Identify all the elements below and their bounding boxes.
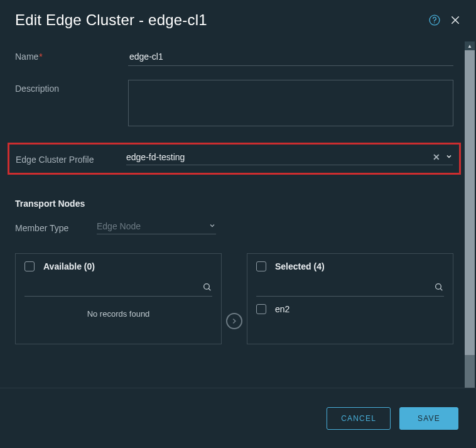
chevron-down-icon[interactable] [208, 222, 216, 231]
available-search[interactable] [24, 280, 212, 297]
svg-line-5 [208, 288, 210, 290]
cancel-button[interactable]: CANCEL [327, 407, 391, 430]
svg-point-4 [204, 284, 210, 290]
profile-select[interactable]: edge-fd-testing ✕ [126, 152, 453, 165]
modal-header: Edit Edge Cluster - edge-cl1 [0, 0, 476, 40]
selected-title: Selected (4) [275, 261, 325, 271]
member-type-label: Member Type [15, 223, 97, 233]
item-label: en2 [275, 304, 289, 314]
name-input[interactable] [128, 48, 453, 66]
profile-label: Edge Cluster Profile [16, 153, 126, 165]
selected-select-all-checkbox[interactable] [256, 261, 266, 271]
list-item[interactable]: en2 [247, 300, 453, 318]
name-row: Name* [15, 48, 453, 66]
edit-edge-cluster-modal: Edit Edge Cluster - edge-cl1 ▲ Name* [0, 0, 476, 448]
svg-point-6 [436, 284, 441, 290]
search-icon[interactable] [434, 282, 444, 294]
description-label: Description [15, 80, 128, 94]
available-body: No records found [16, 300, 221, 344]
description-row: Description [15, 80, 453, 129]
help-icon[interactable] [428, 14, 441, 26]
clear-profile-icon[interactable]: ✕ [433, 152, 440, 162]
search-icon[interactable] [202, 282, 212, 294]
member-type-value: Edge Node [97, 221, 141, 231]
close-icon[interactable] [450, 14, 461, 26]
selected-search[interactable] [256, 280, 444, 297]
name-label: Name* [15, 48, 128, 62]
transfer-lists: Available (0) No records found [15, 253, 453, 344]
available-select-all-checkbox[interactable] [24, 261, 35, 271]
svg-line-7 [440, 288, 442, 290]
available-header: Available (0) [16, 254, 221, 276]
svg-point-1 [434, 22, 435, 23]
transfer-middle [222, 253, 247, 344]
modal-title: Edit Edge Cluster - edge-cl1 [15, 11, 428, 29]
item-checkbox[interactable] [256, 304, 266, 314]
available-title: Available (0) [43, 261, 95, 271]
available-empty-text: No records found [87, 309, 150, 319]
description-input[interactable] [128, 80, 453, 126]
transfer-right-button[interactable] [226, 313, 242, 329]
edge-cluster-profile-row: Edge Cluster Profile edge-fd-testing ✕ [8, 143, 461, 175]
modal-footer: CANCEL SAVE [0, 388, 476, 448]
selected-header: Selected (4) [247, 254, 453, 276]
save-button[interactable]: SAVE [399, 407, 458, 430]
profile-value: edge-fd-testing [126, 152, 433, 162]
modal-body: Name* Description Edge Cluster Profile e… [0, 41, 468, 388]
member-type-select[interactable]: Edge Node [97, 221, 216, 234]
member-type-row: Member Type Edge Node [15, 221, 453, 234]
required-asterisk: * [39, 52, 42, 62]
selected-panel: Selected (4) en2 [247, 253, 453, 344]
chevron-down-icon[interactable] [445, 153, 453, 162]
available-panel: Available (0) No records found [15, 253, 222, 344]
name-label-text: Name [15, 52, 38, 62]
transport-nodes-heading: Transport Nodes [15, 199, 453, 209]
